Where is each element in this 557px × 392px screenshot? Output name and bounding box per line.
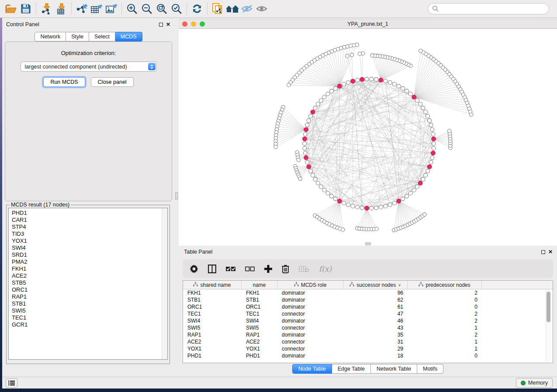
mcds-result-item[interactable]: TEC1 xyxy=(12,314,167,321)
table-row[interactable]: FKH1FKH1dominator962 xyxy=(183,289,553,296)
mcds-result-item[interactable]: FKH1 xyxy=(12,265,167,272)
table-scrollbar[interactable] xyxy=(546,290,551,362)
table-panel: Table Panel ✕ f(x) shared namenameMCDS xyxy=(179,246,557,377)
selected-option-label: largest connected component (undirected) xyxy=(25,64,127,70)
tab-network[interactable]: Network xyxy=(35,32,66,41)
mcds-result-item[interactable]: TID3 xyxy=(12,230,167,237)
tab-node-table[interactable]: Node Table xyxy=(292,364,332,374)
tab-style[interactable]: Style xyxy=(66,32,89,41)
home-icon[interactable] xyxy=(225,2,240,16)
zoom-out-icon[interactable] xyxy=(139,2,154,16)
mcds-result-item[interactable]: SRD1 xyxy=(12,251,167,258)
clear-selection-icon[interactable] xyxy=(245,266,255,272)
mcds-result-item[interactable]: ACE2 xyxy=(12,272,167,279)
table-header-row: shared namenameMCDS rolesuccessor nodes∨… xyxy=(183,281,553,289)
zoom-selected-icon[interactable] xyxy=(169,2,184,16)
column-header-predecessor-nodes[interactable]: predecessor nodes xyxy=(408,281,482,289)
search-input[interactable] xyxy=(428,3,549,14)
mcds-result-item[interactable]: GCR1 xyxy=(12,321,167,328)
export-image-icon[interactable] xyxy=(104,2,119,16)
export-network-icon[interactable] xyxy=(74,2,89,16)
network-window-titlebar[interactable]: YPA_prune.txt_1 xyxy=(179,19,557,29)
mcds-result-list[interactable]: PHD1CAR1STP4TID3YOX1SWI4SRD1PMA2FKH1ACE2… xyxy=(8,208,168,360)
float-panel-icon[interactable] xyxy=(541,250,545,254)
clone-network-icon[interactable] xyxy=(210,2,225,16)
column-header-name[interactable]: name xyxy=(242,281,277,289)
add-column-icon[interactable] xyxy=(264,265,272,273)
open-folder-icon[interactable] xyxy=(3,2,18,16)
search-icon xyxy=(432,5,439,12)
column-header-successor-nodes[interactable]: successor nodes∨ xyxy=(343,281,408,289)
cell-name: SWI5 xyxy=(242,324,277,331)
save-icon[interactable] xyxy=(18,2,33,16)
cell-name: SWI4 xyxy=(242,317,277,324)
table-row[interactable]: PHD1PHD1dominator180 xyxy=(183,352,553,359)
column-header-MCDS-role[interactable]: MCDS role xyxy=(277,281,343,289)
cell-name: STB1 xyxy=(242,296,277,303)
mcds-result-item[interactable]: SWI4 xyxy=(12,244,167,251)
close-panel-button[interactable]: Close panel xyxy=(91,77,134,87)
hide-selection-icon[interactable] xyxy=(240,2,255,16)
panel-menu-button[interactable] xyxy=(6,378,17,388)
close-panel-icon[interactable]: ✕ xyxy=(548,250,553,254)
cell-successor-nodes: 35 xyxy=(343,331,408,338)
toolbar-separator xyxy=(71,3,72,15)
delete-icon[interactable] xyxy=(282,265,289,273)
panel-splitter[interactable] xyxy=(175,18,179,377)
list-icon xyxy=(8,380,15,386)
tab-select[interactable]: Select xyxy=(89,32,115,41)
cell-MCDS-role: connector xyxy=(277,310,343,317)
mcds-result-item[interactable]: YOX1 xyxy=(12,237,167,244)
mcds-result-item[interactable]: CAR1 xyxy=(12,217,167,224)
table-row[interactable]: ORC1ORC1dominator610 xyxy=(183,303,553,310)
tab-edge-table[interactable]: Edge Table xyxy=(332,364,371,374)
select-all-icon[interactable] xyxy=(226,266,235,272)
table-row[interactable]: SWI5SWI5connector431 xyxy=(183,324,553,331)
network-canvas[interactable] xyxy=(179,29,557,246)
zoom-fit-icon[interactable] xyxy=(154,2,169,16)
table-row[interactable]: TEC1TEC1connector472 xyxy=(183,310,553,317)
mcds-result-item[interactable]: SWI5 xyxy=(12,307,167,314)
table-row[interactable]: SWI4SWI4dominator462 xyxy=(183,317,553,324)
splitter-handle[interactable] xyxy=(175,192,178,199)
table-row[interactable]: RAP1RAP1dominator352 xyxy=(183,331,553,338)
refresh-icon[interactable] xyxy=(190,2,204,16)
status-bar: Memory xyxy=(2,377,557,389)
node-table[interactable]: shared namenameMCDS rolesuccessor nodes∨… xyxy=(183,280,553,363)
mcds-result-item[interactable]: STB5 xyxy=(12,279,167,286)
column-header-shared-name[interactable]: shared name xyxy=(183,281,242,289)
mcds-result-item[interactable]: STP4 xyxy=(12,224,167,230)
table-row[interactable]: STB1STB1dominator620 xyxy=(183,296,553,303)
close-panel-icon[interactable]: ✕ xyxy=(166,23,170,27)
cell-MCDS-role: dominator xyxy=(277,331,343,338)
canvas-resize-grip[interactable] xyxy=(365,242,371,245)
float-panel-icon[interactable] xyxy=(159,23,163,27)
import-network-icon[interactable] xyxy=(39,2,54,16)
gear-icon[interactable] xyxy=(190,265,198,273)
toolbar-separator xyxy=(36,3,36,15)
export-table-icon[interactable] xyxy=(89,2,104,16)
tree-icon xyxy=(294,282,299,288)
mcds-list-scrollbar[interactable] xyxy=(162,208,167,359)
memory-button[interactable]: Memory xyxy=(516,378,553,388)
split-columns-icon[interactable] xyxy=(208,265,216,273)
import-table-icon[interactable] xyxy=(54,2,69,16)
zoom-in-icon[interactable] xyxy=(125,2,139,16)
cell-MCDS-role: dominator xyxy=(277,296,343,303)
show-eye-icon[interactable] xyxy=(255,2,270,16)
table-row[interactable]: YOX1YOX1connector291 xyxy=(183,345,553,352)
run-mcds-button[interactable]: Run MCDS xyxy=(43,77,85,87)
tab-motifs[interactable]: Motifs xyxy=(417,364,443,374)
optimization-criterion-select[interactable]: largest connected component (undirected) xyxy=(21,62,157,72)
tab-mcds[interactable]: MCDS xyxy=(115,32,142,41)
sort-descending-icon: ∨ xyxy=(398,283,401,287)
table-scrollbar-thumb[interactable] xyxy=(547,292,550,322)
mcds-result-item[interactable]: STB1 xyxy=(12,300,167,307)
mcds-result-item[interactable]: ORC1 xyxy=(12,286,167,293)
cell-predecessor-nodes: 0 xyxy=(408,303,482,310)
table-row[interactable]: ACE2ACE2connector311 xyxy=(183,338,553,345)
mcds-result-item[interactable]: RAP1 xyxy=(12,293,167,300)
tab-network-table[interactable]: Network Table xyxy=(371,364,417,374)
mcds-result-item[interactable]: PMA2 xyxy=(12,258,167,265)
mcds-result-item[interactable]: PHD1 xyxy=(12,210,167,217)
